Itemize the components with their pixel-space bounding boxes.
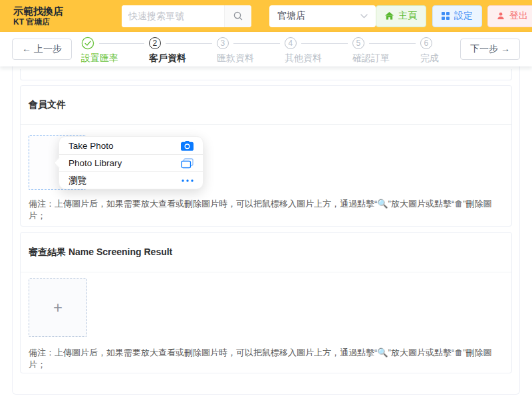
step-connector (99, 43, 144, 44)
screening-result-body: + 備注：上傳圖片后，如果需要放大查看或刪除圖片時，可以把鼠標移入圖片上方，通過… (21, 272, 511, 373)
browse-label: 瀏覽 (68, 175, 86, 187)
home-icon (385, 12, 394, 20)
step-5-confirm-order: 5 確認訂單 (352, 37, 420, 63)
step-label: 完成 (420, 52, 460, 63)
step-1-set-rate: 設置匯率 (81, 37, 149, 63)
previous-section-card-clipped (20, 69, 512, 80)
step-label: 其他資料 (285, 52, 352, 63)
screening-result-card: 審查結果 Name Screening Result + 備注：上傳圖片后，如果… (20, 232, 512, 373)
step-number: 2 (149, 37, 161, 49)
store-name: 示範找換店 (13, 5, 122, 17)
settings-button-label: 設定 (454, 10, 473, 22)
step-label: 匯款資料 (217, 52, 285, 63)
wizard-bar: ← 上一步 設置匯率 2 (0, 32, 532, 66)
settings-button[interactable]: 設定 (432, 5, 482, 27)
step-connector (233, 43, 280, 44)
branch-select-value: 官塘店 (277, 10, 305, 22)
step-2-customer-info: 2 客戶資料 (149, 37, 217, 63)
photo-library-icon (181, 158, 194, 169)
form-content: 會員文件 Take Photo (0, 66, 532, 398)
logout-button[interactable]: 登出 (487, 5, 532, 27)
photo-library-menu-item[interactable]: Photo Library (59, 154, 203, 171)
branch-name: KT 官塘店 (13, 17, 122, 27)
photo-library-label: Photo Library (68, 158, 122, 168)
step-number: 6 (420, 37, 432, 49)
chevron-down-icon (360, 14, 368, 19)
member-documents-body: Take Photo Photo Library (21, 125, 511, 226)
take-photo-label: Take Photo (68, 141, 114, 151)
step-label: 客戶資料 (149, 52, 217, 63)
member-documents-card: 會員文件 Take Photo (20, 85, 512, 227)
next-step-button[interactable]: 下一步 → (460, 39, 520, 60)
step-number: 5 (352, 37, 364, 49)
logout-button-label: 登出 (509, 10, 528, 22)
screening-upload-dropzone[interactable]: + (29, 278, 87, 337)
screening-result-title: 審查結果 Name Screening Result (21, 233, 511, 272)
branch-select[interactable]: 官塘店 (269, 5, 376, 27)
step-connector (369, 43, 416, 44)
order-search-group (122, 5, 251, 27)
ellipsis-icon (182, 179, 194, 182)
step-connector (166, 43, 212, 44)
search-icon (233, 11, 243, 21)
exchange-shop-order-page: 示範找換店 KT 官塘店 官塘店 (0, 0, 532, 398)
form-outer-card: 會員文件 Take Photo (12, 66, 520, 395)
browse-menu-item[interactable]: 瀏覽 (59, 171, 203, 189)
user-icon (497, 12, 505, 20)
step-number: 3 (217, 37, 229, 49)
search-button[interactable] (224, 5, 251, 27)
store-title-block: 示範找換店 KT 官塘店 (13, 5, 122, 27)
search-input[interactable] (122, 5, 224, 27)
upload-hint-note: 備注：上傳圖片后，如果需要放大查看或刪除圖片時，可以把鼠標移入圖片上方，通過點擊… (29, 347, 503, 371)
step-number: 4 (285, 37, 297, 49)
home-button-label: 主頁 (398, 10, 417, 22)
step-label: 確認訂單 (352, 52, 420, 63)
upload-source-popover: Take Photo Photo Library (59, 136, 203, 189)
home-button[interactable]: 主頁 (376, 5, 426, 27)
prev-step-button[interactable]: ← 上一步 (12, 39, 72, 60)
upload-hint-note: 備注：上傳圖片后，如果需要放大查看或刪除圖片時，可以把鼠標移入圖片上方，通過點擊… (29, 198, 503, 222)
app-header: 示範找換店 KT 官塘店 官塘店 (0, 0, 532, 32)
steps: 設置匯率 2 客戶資料 3 匯款資料 4 (81, 32, 460, 63)
camera-icon (181, 141, 194, 151)
step-6-done: 6 完成 (420, 37, 460, 63)
step-3-remittance-info: 3 匯款資料 (217, 37, 285, 63)
step-4-other-info: 4 其他資料 (285, 37, 352, 63)
step-connector (301, 43, 348, 44)
step-label: 設置匯率 (81, 52, 149, 63)
take-photo-menu-item[interactable]: Take Photo (59, 137, 203, 154)
grid-icon (442, 12, 450, 20)
member-documents-title: 會員文件 (21, 86, 511, 125)
plus-icon: + (53, 300, 63, 316)
check-circle-icon (81, 37, 94, 50)
